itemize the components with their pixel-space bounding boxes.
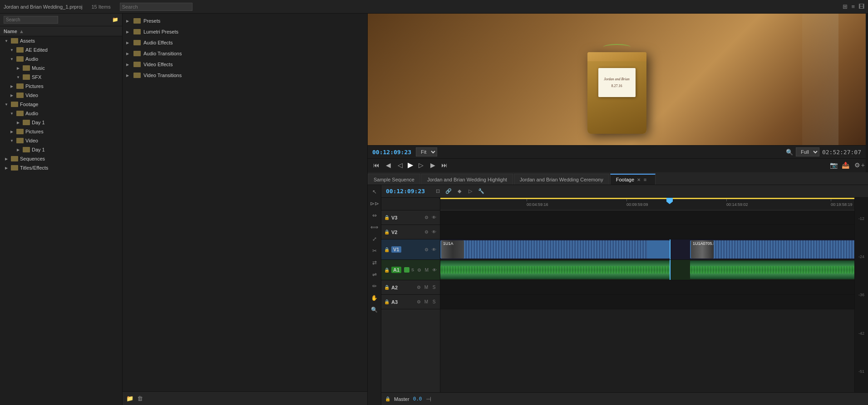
zoom-tool[interactable]: 🔍 [370, 305, 380, 315]
roll-tool[interactable]: ⟺ [370, 222, 380, 232]
track-select-tool[interactable]: ⊳⊳ [370, 199, 380, 209]
tab-footage[interactable]: Footage ✕ ≡ [610, 174, 656, 185]
trash-icon[interactable]: 🗑 [137, 395, 143, 402]
v3-eye[interactable]: 👁 [431, 215, 437, 220]
settings-btn[interactable]: ⚙ [853, 161, 861, 169]
top-search-input[interactable] [120, 3, 192, 11]
label-pictures: Pictures [25, 83, 44, 89]
step-back-btn[interactable]: ◀ [384, 161, 392, 169]
slide-tool[interactable]: ⇌ [370, 269, 380, 279]
v2-settings[interactable]: ⚙ [423, 229, 429, 234]
snap-tool[interactable]: ⊡ [433, 187, 442, 196]
tree-item-day1-footage-video[interactable]: ▶ Day 1 [0, 145, 122, 154]
export-btn[interactable]: 📤 [841, 161, 849, 169]
effect-video-effects[interactable]: ▶ Video Effects [123, 59, 367, 70]
rate-stretch-tool[interactable]: ⤢ [370, 234, 380, 244]
v1-settings[interactable]: ⚙ [423, 247, 429, 252]
panel-search-input[interactable] [4, 16, 58, 24]
tab-highlight[interactable]: Jordan and Brian Wedding Highlight [421, 174, 513, 185]
effect-presets[interactable]: ▶ Presets [123, 15, 367, 26]
tree-item-music[interactable]: ▶ Music [0, 63, 122, 73]
a1-m[interactable]: M [424, 268, 430, 273]
a3-s[interactable]: S [431, 299, 437, 304]
cursor-tool[interactable]: ↖ [370, 187, 380, 197]
grid-icon[interactable]: ⊞ [843, 3, 848, 10]
export-frame-btn[interactable]: 📷 [829, 161, 838, 169]
list-icon[interactable]: ≡ [851, 3, 855, 10]
v3-settings[interactable]: ⚙ [423, 215, 429, 220]
tree-item-ae-edited[interactable]: ▼ AE Edited [0, 45, 122, 54]
fit-dropdown[interactable]: Fit [416, 147, 437, 156]
effect-audio-transitions[interactable]: ▶ Audio Transitions [123, 48, 367, 59]
new-folder-effects-icon[interactable]: 📁 [126, 395, 133, 402]
hand-tool[interactable]: ✋ [370, 293, 380, 303]
add-btn[interactable]: + [861, 161, 865, 169]
tree-item-audio-assets[interactable]: ▼ Audio [0, 54, 122, 63]
arrow-lumetri: ▶ [126, 30, 131, 34]
play-fwd-btn[interactable]: ▷ [417, 161, 425, 169]
lock-a1[interactable]: 🔒 [384, 268, 390, 273]
a1-eye[interactable]: 👁 [431, 268, 438, 273]
playhead-marker[interactable] [666, 198, 673, 204]
tree-item-assets[interactable]: ▼ Assets [0, 36, 122, 45]
tree-item-pictures-assets[interactable]: ▶ Pictures [0, 82, 122, 91]
wrench-tool[interactable]: 🔧 [477, 187, 486, 196]
link-tool[interactable]: 🔗 [444, 187, 453, 196]
new-folder-icon[interactable]: 📁 [112, 17, 118, 23]
track-content[interactable]: 00:04:59:16 00:09:59:09 00:14:59:02 [440, 198, 854, 392]
lock-v3[interactable]: 🔒 [384, 215, 390, 220]
sort-arrow[interactable]: ▲ [19, 29, 24, 34]
a3-m[interactable]: M [423, 299, 429, 304]
effect-video-transitions[interactable]: ▶ Video Transitions [123, 70, 367, 81]
pen-tool[interactable]: ✏ [370, 281, 380, 291]
magnify-icon[interactable]: 🔍 [786, 149, 793, 156]
tree-item-day1-footage-audio[interactable]: ▶ Day 1 [0, 118, 122, 127]
a1-settings[interactable]: ⚙ [416, 268, 422, 273]
lock-v2[interactable]: 🔒 [384, 229, 390, 234]
a2-m[interactable]: M [423, 285, 429, 290]
markers-tool[interactable]: ◆ [455, 187, 464, 196]
a2-settings[interactable]: ⚙ [415, 285, 422, 290]
audio-clip-a1-2[interactable] [690, 261, 854, 279]
close-footage-tab[interactable]: ✕ [637, 177, 641, 182]
master-lock[interactable]: 🔒 [385, 396, 390, 401]
clip-v1-1[interactable]: 1U1A [440, 240, 670, 259]
full-dropdown[interactable]: Full [796, 147, 819, 156]
step-back-start-btn[interactable]: ⏮ [372, 161, 380, 169]
tree-item-titles-effects[interactable]: ▶ Titles/Effects [0, 163, 122, 172]
v1-eye[interactable]: 👁 [431, 247, 437, 252]
v2-eye[interactable]: 👁 [431, 229, 437, 234]
play-back-btn[interactable]: ◁ [396, 161, 404, 169]
play-btn[interactable]: ▶ [408, 161, 413, 169]
tree-view[interactable]: ▼ Assets ▼ AE Edited ▼ Audio ▶ [0, 36, 122, 405]
work-area-bar[interactable] [440, 198, 854, 199]
lock-a2[interactable]: 🔒 [384, 285, 390, 290]
step-fwd-btn[interactable]: ▶ [429, 161, 437, 169]
tree-item-footage[interactable]: ▼ Footage [0, 100, 122, 109]
tree-item-sfx[interactable]: ▼ SFX [0, 73, 122, 82]
step-end-btn[interactable]: ⏭ [440, 161, 449, 169]
ripple-tool[interactable]: ⇔ [370, 210, 380, 220]
a2-s[interactable]: S [431, 285, 437, 290]
effect-audio-effects[interactable]: ▶ Audio Effects [123, 37, 367, 48]
a3-settings[interactable]: ⚙ [415, 299, 422, 304]
razor-tool[interactable]: ✂ [370, 246, 380, 256]
effects-tool[interactable]: ▷ [466, 187, 475, 196]
tree-item-video-assets[interactable]: ▶ Video [0, 91, 122, 100]
audio-clip-a1-1[interactable] [440, 261, 670, 279]
filmstrip-icon[interactable]: 🎞 [858, 3, 864, 10]
tab-menu-btn[interactable]: ≡ [641, 177, 650, 182]
lock-v1[interactable]: 🔒 [384, 247, 390, 252]
tree-item-footage-audio[interactable]: ▼ Audio [0, 109, 122, 118]
tab-sample-sequence[interactable]: Sample Sequence [368, 174, 420, 185]
a1-s-btn[interactable]: S [411, 268, 414, 272]
clip-v1-2[interactable]: 1U1A0705.MOV [V] [690, 240, 854, 259]
tree-item-footage-pictures[interactable]: ▶ Pictures [0, 127, 122, 136]
tab-ceremony[interactable]: Jordan and Brian Wedding Ceremony [514, 174, 609, 185]
tree-item-sequences[interactable]: ▶ Sequences [0, 154, 122, 163]
slip-tool[interactable]: ⇄ [370, 258, 380, 268]
tree-item-footage-video[interactable]: ▼ Video [0, 136, 122, 145]
effect-lumetri[interactable]: ▶ Lumetri Presets [123, 26, 367, 37]
master-end-btn[interactable]: ⊣ [426, 395, 431, 403]
lock-a3[interactable]: 🔒 [384, 299, 390, 304]
